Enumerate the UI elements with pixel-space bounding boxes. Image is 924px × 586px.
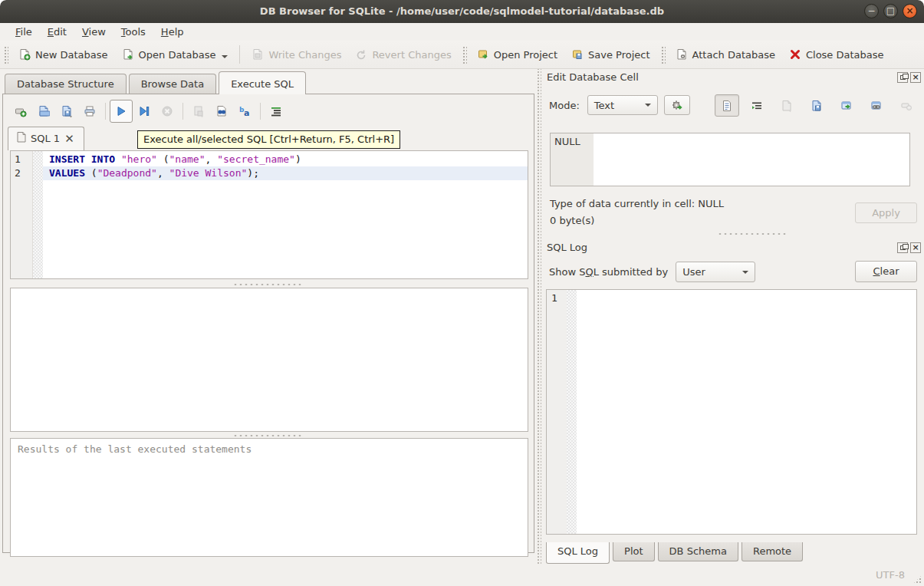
- toolbar-drag-handle[interactable]: [660, 45, 666, 64]
- maximize-button[interactable]: □: [883, 4, 898, 18]
- close-panel-button[interactable]: ×: [910, 72, 921, 83]
- menu-file[interactable]: File: [8, 25, 40, 39]
- dock-tab-bar: SQL Log Plot DB Schema Remote: [546, 542, 806, 564]
- open-database-button[interactable]: Open Database: [115, 44, 235, 64]
- save-cell-file-button[interactable]: [804, 94, 829, 117]
- menu-help[interactable]: Help: [153, 25, 192, 39]
- log-filter-value: User: [682, 266, 705, 278]
- execution-status-panel: Results of the last executed statements: [10, 438, 528, 557]
- toolbar-separator: [260, 103, 261, 120]
- sql-log-view[interactable]: 1: [546, 289, 917, 535]
- sql-code-editor[interactable]: 1 2 INSERT INTO "hero" ("name", "secret_…: [10, 150, 528, 279]
- minimize-button[interactable]: −: [864, 4, 879, 18]
- float-icon: [900, 245, 906, 250]
- tab-browse-data[interactable]: Browse Data: [129, 74, 217, 94]
- import-apply-button[interactable]: [664, 95, 690, 115]
- execute-all-button[interactable]: [110, 100, 133, 123]
- result-table-panel: [10, 288, 528, 432]
- sql-string: "Dive Wilson": [169, 167, 248, 179]
- app-window: DB Browser for SQLite - /home/user/code/…: [0, 0, 924, 586]
- titlebar[interactable]: DB Browser for SQLite - /home/user/code/…: [0, 0, 924, 23]
- open-database-dropdown-icon[interactable]: [222, 55, 228, 58]
- dock-tab-db-schema[interactable]: DB Schema: [658, 542, 738, 561]
- text-mode-button[interactable]: [715, 94, 739, 117]
- dock-resize-handle[interactable]: [536, 69, 541, 565]
- close-button[interactable]: ×: [903, 4, 917, 18]
- mode-select[interactable]: Text: [587, 95, 658, 115]
- export-cell-button[interactable]: [834, 94, 859, 117]
- chevron-down-icon: [645, 104, 651, 107]
- auto-format-icon: [270, 105, 282, 117]
- line-number-gutter: 1 2: [11, 151, 33, 278]
- revert-changes-label: Revert Changes: [372, 49, 451, 61]
- main-toolbar: New Database Open Database Write Changes…: [0, 41, 924, 69]
- toolbar-drag-handle[interactable]: [462, 45, 467, 64]
- edit-cell-title: Edit Database Cell: [547, 71, 639, 83]
- write-changes-button: Write Changes: [245, 44, 348, 64]
- code-line-current: VALUES ("Deadpond", "Dive Wilson");: [43, 166, 528, 180]
- open-file-icon: [781, 100, 793, 112]
- float-panel-button[interactable]: [897, 72, 908, 83]
- code-area[interactable]: INSERT INTO "hero" ("name", "secret_name…: [43, 151, 528, 278]
- word-wrap-button[interactable]: [745, 94, 769, 117]
- statusbar: UTF-8: [0, 565, 924, 586]
- results-placeholder: Results of the last executed statements: [18, 443, 252, 455]
- clear-log-button[interactable]: Clear: [855, 261, 917, 282]
- open-project-label: Open Project: [494, 49, 557, 61]
- open-sql-file-button[interactable]: [32, 100, 55, 123]
- cell-gutter: NULL: [551, 133, 594, 186]
- save-sql-file-button[interactable]: [55, 100, 78, 123]
- execute-tooltip: Execute all/selected SQL [Ctrl+Return, F…: [137, 130, 400, 149]
- log-filter-select[interactable]: User: [676, 262, 755, 282]
- format-button[interactable]: ba: [233, 100, 256, 123]
- text-mode-icon: [721, 100, 733, 112]
- float-icon: [900, 75, 906, 80]
- open-external-button[interactable]: [864, 94, 889, 117]
- import-apply-icon: [671, 99, 683, 111]
- window-title: DB Browser for SQLite - /home/user/code/…: [0, 0, 924, 23]
- line-number: 1: [11, 153, 32, 166]
- attach-database-button[interactable]: Attach Database: [669, 44, 782, 64]
- print-sql-button[interactable]: [78, 100, 101, 123]
- float-panel-button[interactable]: [897, 242, 908, 253]
- close-icon: ×: [912, 74, 919, 81]
- execute-line-button[interactable]: [133, 100, 156, 123]
- stop-button: [156, 100, 179, 123]
- cell-type-info: Type of data currently in cell: NULL: [550, 198, 724, 209]
- auto-format-button[interactable]: [265, 100, 288, 123]
- set-null-button: [894, 94, 919, 117]
- save-project-button[interactable]: Save Project: [564, 44, 657, 64]
- open-project-button[interactable]: Open Project: [470, 44, 564, 64]
- close-panel-button[interactable]: ×: [910, 242, 921, 253]
- dock-tab-remote[interactable]: Remote: [742, 542, 803, 561]
- apply-button: Apply: [855, 202, 917, 223]
- new-database-button[interactable]: New Database: [12, 44, 115, 64]
- resize-grip[interactable]: [912, 574, 922, 584]
- sql-document-tab[interactable]: SQL 1 ✕: [8, 127, 84, 150]
- sql-file-icon: [16, 132, 26, 145]
- editor-splitter-handle[interactable]: [233, 282, 302, 287]
- line-number: 2: [11, 166, 32, 180]
- sql-tab-close-icon[interactable]: ✕: [64, 134, 74, 143]
- menu-tools[interactable]: Tools: [113, 25, 153, 39]
- menu-view[interactable]: View: [74, 25, 113, 39]
- sql-keyword: VALUES: [49, 167, 85, 179]
- close-database-button[interactable]: Close Database: [782, 44, 891, 64]
- save-results-button: [187, 100, 210, 123]
- sql-log-title: SQL Log: [547, 242, 587, 253]
- find-button[interactable]: [210, 100, 233, 123]
- cell-value-editor[interactable]: NULL: [550, 133, 910, 186]
- encoding-indicator[interactable]: UTF-8: [876, 569, 905, 581]
- dock-tab-sql-log[interactable]: SQL Log: [546, 542, 610, 564]
- execute-all-icon: [115, 105, 127, 117]
- tab-database-structure[interactable]: Database Structure: [5, 74, 127, 94]
- open-new-tab-button[interactable]: [9, 100, 32, 123]
- menu-edit[interactable]: Edit: [40, 25, 74, 39]
- tab-execute-sql[interactable]: Execute SQL: [219, 71, 306, 94]
- open-sql-file-icon: [38, 105, 50, 117]
- toolbar-drag-handle[interactable]: [3, 45, 8, 64]
- dock-splitter-handle[interactable]: [718, 232, 787, 236]
- revert-changes-button: Revert Changes: [348, 44, 458, 64]
- save-project-icon: [571, 48, 584, 61]
- dock-tab-plot[interactable]: Plot: [613, 542, 655, 561]
